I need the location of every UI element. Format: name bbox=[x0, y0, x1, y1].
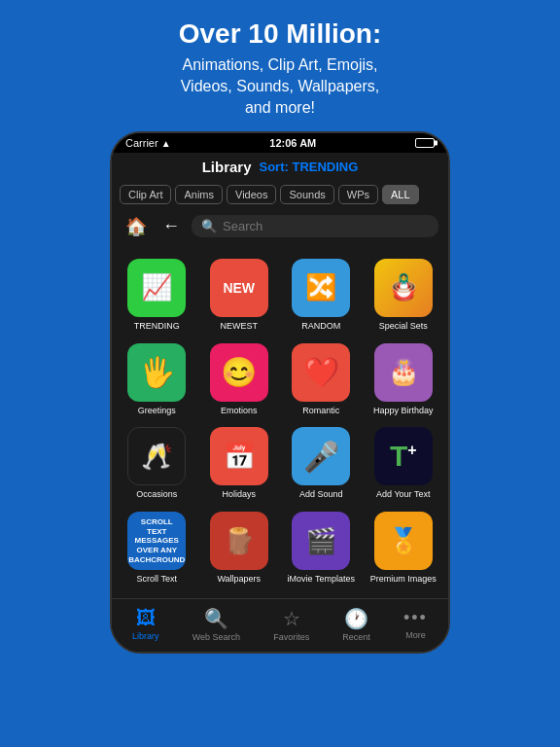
grid-item-add-sound[interactable]: 🎤 Add Sound bbox=[280, 421, 363, 506]
recent-icon: 🕐 bbox=[344, 607, 368, 630]
tab-videos[interactable]: Videos bbox=[227, 185, 276, 204]
header-subtitle: Animations, Clip Art, Emojis, Videos, So… bbox=[179, 54, 382, 120]
filter-tabs: Clip Art Anims Videos Sounds WPs ALL bbox=[112, 181, 448, 208]
grid-item-romantic[interactable]: ❤️ Romantic bbox=[280, 338, 363, 422]
nav-library[interactable]: 🖼 Library bbox=[132, 607, 159, 641]
grid-item-emotions[interactable]: 😊 Emotions bbox=[198, 338, 281, 422]
tab-all[interactable]: ALL bbox=[382, 185, 419, 204]
tab-wps[interactable]: WPs bbox=[338, 185, 378, 204]
sort-label[interactable]: Sort: TRENDING bbox=[260, 160, 359, 174]
tab-anims[interactable]: Anims bbox=[175, 185, 223, 204]
more-icon: ••• bbox=[403, 608, 428, 628]
home-button[interactable]: 🏠 bbox=[122, 214, 151, 239]
bottom-nav: 🖼 Library 🔍 Web Search ☆ Favorites 🕐 Rec… bbox=[112, 598, 448, 652]
title-bar: Library Sort: TRENDING bbox=[112, 153, 448, 181]
premium-label: Premium Images bbox=[370, 574, 437, 585]
trending-icon: 📈 bbox=[127, 259, 186, 317]
nav-favorites[interactable]: ☆ Favorites bbox=[273, 607, 309, 642]
holidays-icon: 📅 bbox=[210, 427, 268, 485]
premium-icon: 🏅 bbox=[374, 512, 433, 570]
grid-item-holidays[interactable]: 📅 Holidays bbox=[198, 421, 281, 506]
grid-item-random[interactable]: 🔀 RANDOM bbox=[280, 253, 363, 338]
special-sets-label: Special Sets bbox=[379, 321, 428, 332]
library-icon: 🖼 bbox=[136, 607, 156, 629]
header-title: Over 10 Million: bbox=[179, 18, 382, 51]
add-text-label: Add Your Text bbox=[376, 489, 430, 500]
random-icon: 🔀 bbox=[292, 259, 350, 317]
grid-item-trending[interactable]: 📈 TRENDING bbox=[116, 253, 198, 338]
tab-sounds[interactable]: Sounds bbox=[280, 185, 333, 204]
grid-item-imovie[interactable]: 🎬 iMovie Templates bbox=[280, 506, 363, 590]
web-search-nav-label: Web Search bbox=[192, 632, 240, 642]
add-sound-label: Add Sound bbox=[299, 489, 343, 500]
romantic-label: Romantic bbox=[302, 406, 339, 416]
recent-nav-label: Recent bbox=[342, 632, 370, 642]
random-label: RANDOM bbox=[301, 321, 340, 332]
favorites-icon: ☆ bbox=[283, 607, 300, 630]
grid-item-newest[interactable]: NEW NEWEST bbox=[198, 253, 281, 338]
nav-more[interactable]: ••• More bbox=[403, 608, 428, 640]
trending-label: TRENDING bbox=[134, 321, 180, 332]
birthday-icon: 🎂 bbox=[374, 343, 433, 402]
greetings-icon: 🖐 bbox=[127, 343, 186, 402]
holidays-label: Holidays bbox=[222, 489, 256, 500]
grid-item-occasions[interactable]: 🥂 Occasions bbox=[116, 421, 198, 506]
occasions-label: Occasions bbox=[136, 489, 177, 500]
search-icon: 🔍 bbox=[201, 219, 217, 233]
library-title: Library bbox=[202, 159, 252, 175]
emotions-label: Emotions bbox=[221, 406, 258, 416]
back-button[interactable]: ← bbox=[158, 214, 184, 238]
tab-clipart[interactable]: Clip Art bbox=[120, 185, 171, 204]
scroll-text-label: Scroll Text bbox=[137, 574, 177, 585]
status-time: 12:06 AM bbox=[269, 137, 316, 149]
library-nav-label: Library bbox=[132, 631, 159, 641]
imovie-label: iMovie Templates bbox=[288, 574, 355, 585]
more-nav-label: More bbox=[405, 630, 426, 640]
web-search-icon: 🔍 bbox=[204, 607, 228, 630]
wifi-icon: ▲ bbox=[161, 138, 171, 149]
battery-area bbox=[415, 138, 435, 148]
grid-item-premium[interactable]: 🏅 Premium Images bbox=[363, 506, 445, 590]
search-input[interactable] bbox=[223, 219, 429, 233]
add-text-icon: T+ bbox=[374, 427, 433, 485]
grid-item-happy-birthday[interactable]: 🎂 Happy Birthday bbox=[363, 338, 445, 422]
search-bar[interactable]: 🔍 bbox=[192, 215, 438, 237]
grid-item-special-sets[interactable]: 🪆 Special Sets bbox=[363, 253, 445, 338]
wallpapers-icon: 🪵 bbox=[210, 512, 268, 570]
toolbar: 🏠 ← 🔍 bbox=[112, 208, 448, 245]
add-sound-icon: 🎤 bbox=[292, 427, 350, 485]
greetings-label: Greetings bbox=[138, 406, 176, 416]
grid-item-scroll-text[interactable]: SCROLLTEXTMESSAGESOVER ANYBACHCROUND Scr… bbox=[116, 506, 198, 590]
imovie-icon: 🎬 bbox=[292, 512, 350, 570]
emotions-icon: 😊 bbox=[210, 343, 268, 402]
grid-item-wallpapers[interactable]: 🪵 Wallpapers bbox=[198, 506, 281, 590]
header-section: Over 10 Million: Animations, Clip Art, E… bbox=[159, 0, 402, 131]
status-bar: Carrier ▲ 12:06 AM bbox=[112, 133, 448, 153]
newest-label: NEWEST bbox=[220, 321, 258, 332]
grid-item-greetings[interactable]: 🖐 Greetings bbox=[116, 338, 198, 422]
carrier-text: Carrier ▲ bbox=[125, 137, 171, 149]
special-sets-icon: 🪆 bbox=[374, 259, 433, 317]
newest-icon: NEW bbox=[210, 259, 268, 317]
wallpapers-label: Wallpapers bbox=[217, 574, 261, 585]
phone-frame: Carrier ▲ 12:06 AM Library Sort: TRENDIN… bbox=[110, 131, 450, 654]
favorites-nav-label: Favorites bbox=[273, 632, 309, 642]
birthday-label: Happy Birthday bbox=[373, 406, 434, 416]
romantic-icon: ❤️ bbox=[292, 343, 350, 402]
battery-icon bbox=[415, 138, 435, 148]
occasions-icon: 🥂 bbox=[127, 427, 186, 485]
nav-web-search[interactable]: 🔍 Web Search bbox=[192, 607, 240, 642]
grid-item-add-text[interactable]: T+ Add Your Text bbox=[363, 421, 445, 506]
grid-container: 📈 TRENDING NEW NEWEST 🔀 RANDOM 🪆 Special… bbox=[112, 245, 448, 598]
nav-recent[interactable]: 🕐 Recent bbox=[342, 607, 370, 642]
scroll-text-icon: SCROLLTEXTMESSAGESOVER ANYBACHCROUND bbox=[127, 512, 186, 570]
